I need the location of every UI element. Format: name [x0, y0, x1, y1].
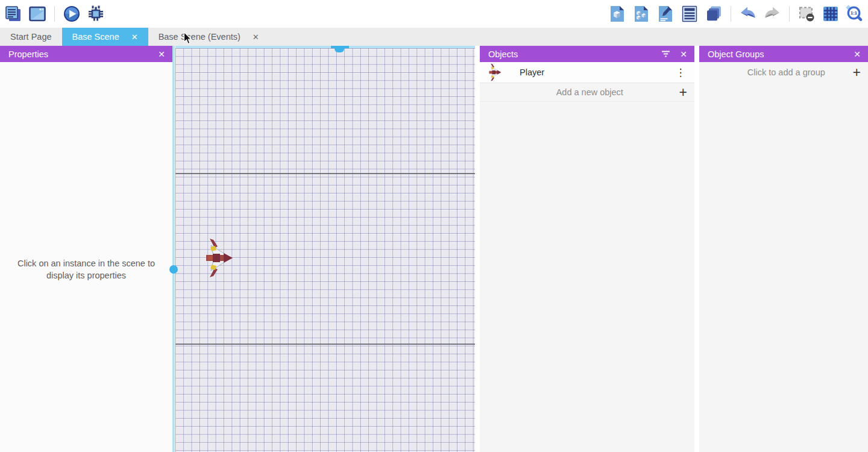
play-preview-icon[interactable]	[62, 4, 81, 24]
game-window-border-bottom	[175, 344, 475, 345]
object-groups-panel-title: Object Groups	[708, 49, 844, 59]
toolbar-right-group: 1:1	[608, 4, 864, 24]
object-groups-editor-icon[interactable]	[632, 4, 651, 24]
preview-window-icon[interactable]	[28, 4, 47, 24]
vertical-scrollbar[interactable]	[172, 46, 175, 452]
tab-close-icon[interactable]: ✕	[131, 33, 138, 41]
close-icon[interactable]: ✕	[680, 49, 687, 59]
objects-panel-header: Objects ✕	[480, 46, 694, 62]
instances-list-icon[interactable]	[680, 4, 699, 24]
object-list-item-player[interactable]: Player ⋮	[480, 62, 694, 83]
main-toolbar: 1:1	[0, 0, 868, 28]
plus-icon[interactable]: +	[679, 86, 687, 99]
tab-label: Base Scene	[72, 32, 119, 42]
tab-close-icon[interactable]: ✕	[253, 33, 259, 41]
add-object-row[interactable]: Add a new object +	[480, 83, 694, 102]
redo-icon[interactable]	[763, 4, 782, 24]
toolbar-separator	[54, 6, 55, 22]
zoom-1-1-icon[interactable]: 1:1	[845, 4, 864, 24]
properties-editor-icon[interactable]	[656, 4, 675, 24]
properties-panel-title: Properties	[8, 49, 148, 59]
game-window-border-top	[175, 173, 475, 174]
properties-empty-message: Click on an instance in the scene to dis…	[0, 257, 172, 281]
object-groups-panel: Object Groups ✕ Click to add a group +	[699, 46, 868, 452]
undo-icon[interactable]	[738, 4, 758, 24]
objects-editor-icon[interactable]	[608, 4, 627, 24]
plus-icon[interactable]: +	[853, 66, 861, 80]
tab-base-scene[interactable]: Base Scene ✕	[62, 28, 148, 46]
add-group-row[interactable]: Click to add a group +	[699, 62, 868, 83]
add-object-label: Add a new object	[487, 87, 679, 97]
properties-panel: Properties ✕ Click on an instance in the…	[0, 46, 172, 452]
svg-text:1:1: 1:1	[851, 10, 857, 16]
objects-panel-title: Objects	[488, 49, 652, 59]
filter-icon[interactable]	[661, 50, 670, 58]
tab-label: Base Scene (Events)	[159, 32, 241, 42]
tab-start-page[interactable]: Start Page	[0, 28, 62, 46]
vertical-scrollbar-thumb[interactable]	[169, 265, 178, 274]
close-icon[interactable]: ✕	[158, 49, 165, 59]
scene-grid[interactable]	[175, 48, 475, 452]
objects-panel: Objects ✕ Player	[480, 46, 694, 452]
debug-icon[interactable]	[86, 4, 105, 24]
close-icon[interactable]: ✕	[854, 49, 861, 59]
toolbar-left-group	[4, 4, 105, 24]
scene-canvas[interactable]	[172, 46, 475, 452]
player-object-thumbnail	[487, 63, 503, 81]
horizontal-scrollbar[interactable]	[175, 46, 475, 48]
toolbar-separator	[731, 6, 731, 22]
tab-base-scene-events[interactable]: Base Scene (Events) ✕	[148, 28, 269, 46]
layers-editor-icon[interactable]	[704, 4, 723, 24]
tab-bar: Start Page Base Scene ✕ Base Scene (Even…	[0, 28, 868, 46]
player-instance-sprite[interactable]	[204, 238, 233, 278]
more-options-icon[interactable]: ⋮	[674, 66, 687, 79]
project-manager-icon[interactable]	[4, 4, 23, 24]
add-group-label: Click to add a group	[706, 67, 853, 77]
object-name: Player	[520, 67, 674, 77]
object-groups-panel-header: Object Groups ✕	[699, 46, 868, 62]
grid-icon[interactable]	[821, 4, 840, 24]
tab-label: Start Page	[10, 32, 52, 42]
properties-panel-header: Properties ✕	[0, 46, 172, 62]
window-mask-icon[interactable]	[797, 4, 816, 24]
gdevelop-scene-editor: 1:1 Start Page Base Scene ✕ Base Scene (…	[0, 0, 868, 452]
toolbar-separator	[789, 6, 790, 22]
